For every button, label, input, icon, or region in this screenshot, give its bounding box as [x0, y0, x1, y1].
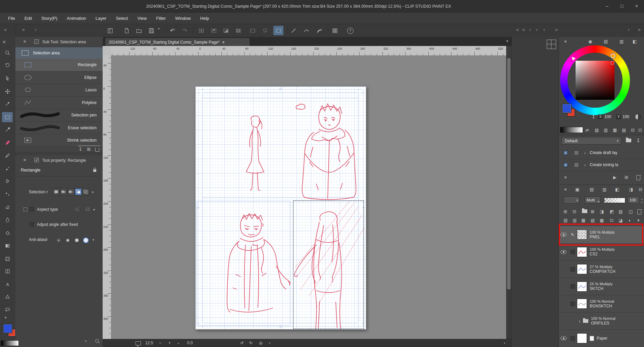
snap-special-ruler-icon[interactable]	[301, 26, 311, 35]
boxed-icon[interactable]: ⊡	[638, 128, 642, 132]
main-color-chip[interactable]	[562, 104, 572, 113]
antialias-dropdown-icon[interactable]: ▾	[93, 238, 94, 242]
hue-value-toggle-icon[interactable]	[635, 114, 641, 120]
invert-selection-button[interactable]	[221, 26, 231, 35]
grayscale-swatch-bar[interactable]	[1, 340, 19, 346]
palette-dock-icon[interactable]	[547, 40, 556, 49]
menu-icon[interactable]: ≡	[564, 175, 567, 180]
add-icon[interactable]: ⊞	[564, 209, 567, 214]
trash-icon[interactable]	[637, 210, 641, 214]
tool-balloon[interactable]	[2, 304, 13, 314]
dup-icon[interactable]: ⊟	[639, 187, 642, 192]
tool-eraser[interactable]	[2, 202, 13, 212]
trash-icon[interactable]	[636, 176, 640, 180]
menu-animation[interactable]: Animation	[62, 13, 91, 24]
rotation-value[interactable]: 0.0	[187, 341, 193, 345]
tool-selection-area[interactable]	[2, 112, 13, 122]
tool-fill[interactable]	[2, 228, 13, 238]
half-icon[interactable]: ◐	[629, 218, 631, 222]
shade1-icon[interactable]: ▨	[619, 209, 623, 214]
layer-edit-cell[interactable]	[568, 267, 577, 271]
sliders-icon[interactable]: ▥	[573, 218, 577, 222]
tool-marker[interactable]	[2, 138, 13, 148]
layer-row-compsktch[interactable]: 27 % MultiplyCOMPSKTCH	[559, 261, 644, 278]
canvas-vertical-scrollbar[interactable]	[506, 55, 511, 339]
layer-checkbox[interactable]	[571, 250, 575, 254]
tool-tone[interactable]	[2, 254, 13, 264]
dock-arrow-icon[interactable]: ‹	[543, 27, 545, 32]
play-icon[interactable]: ▶	[613, 175, 616, 180]
mixer-icon[interactable]: ◧	[633, 39, 637, 44]
close-button[interactable]: ×	[629, 0, 644, 13]
folder-icon[interactable]	[582, 209, 587, 213]
auto-action-checkbox[interactable]: ✓	[564, 151, 568, 155]
sq-icon[interactable]: ▣	[575, 187, 579, 192]
grid2-icon[interactable]: ▦	[581, 218, 585, 222]
dock-arrow-icon[interactable]: »	[555, 27, 558, 32]
tool-gradient[interactable]	[2, 241, 13, 251]
menu-icon[interactable]: ≡	[564, 39, 567, 44]
auto-action-preset-dropdown[interactable]: Default ▾	[561, 137, 621, 145]
hist-icon[interactable]: ▧	[622, 128, 626, 132]
auto-action-row[interactable]: ✓›Create toning la	[559, 159, 644, 171]
rect-select-icon[interactable]	[248, 26, 258, 35]
boxed-icon[interactable]: ⊡	[610, 218, 613, 222]
swap-icon[interactable]: ⇄	[585, 128, 589, 132]
undo-button[interactable]: ↶	[167, 26, 177, 35]
layer-row-pnel[interactable]: ✎100 % MultiplyPNEL	[559, 226, 644, 244]
zoom-reset-icon[interactable]: ▪	[178, 342, 179, 345]
aspect-type-checkbox[interactable]	[30, 207, 34, 211]
selection-mode-add[interactable]	[60, 188, 67, 195]
antialias-weak[interactable]	[64, 237, 71, 244]
menu-select[interactable]: Select	[111, 13, 132, 24]
subtool-group-row[interactable]: Selection area	[15, 47, 103, 59]
dock-arrow-icon[interactable]: «	[4, 27, 7, 32]
down-icon[interactable]: ▾	[637, 218, 640, 222]
save-button[interactable]	[146, 26, 156, 35]
auto-action-row[interactable]: ✓›Create draft lay	[559, 147, 644, 159]
layer-row-bgnsktch[interactable]: 100 % NormalBGNSKTCH	[559, 295, 644, 313]
dock-arrow-icon[interactable]: ‹	[529, 27, 531, 32]
wheel-icon[interactable]: ◉	[588, 39, 592, 44]
expand-arrow-icon[interactable]: ›	[584, 162, 586, 167]
swatches-icon[interactable]: ▤	[564, 218, 568, 222]
new-canvas-button[interactable]	[121, 26, 131, 35]
layer-checkbox[interactable]	[571, 336, 575, 341]
layer-edit-cell[interactable]	[568, 336, 577, 341]
opacity-spinner[interactable]: ▴▾	[640, 196, 644, 204]
import-preset-icon[interactable]: ↧	[636, 138, 640, 143]
zoom-in-button[interactable]: +	[168, 341, 171, 345]
tab-list-dropdown-icon[interactable]: ▾	[506, 39, 508, 43]
saturation-value-square[interactable]	[576, 61, 614, 100]
mask-icon[interactable]: ◨	[600, 209, 604, 214]
subtool-item-selection-pen[interactable]: Selection pen	[15, 109, 103, 122]
subtool-item-rectangle[interactable]: Rectangle	[15, 59, 103, 71]
visibility-cell[interactable]	[559, 336, 568, 340]
document-tab[interactable]: 20240901_CSP_TOTM_Starting Digital Comic…	[105, 38, 250, 46]
scroll-right-arrow[interactable]: ›	[504, 341, 505, 345]
selection-mode-select-from[interactable]	[75, 188, 82, 195]
reset-rotation-icon[interactable]: ◎	[259, 341, 262, 345]
tool-move-canvas[interactable]	[2, 60, 13, 70]
layer-thumbnail[interactable]	[577, 282, 587, 292]
tool-decoration[interactable]	[2, 189, 13, 199]
hist-icon[interactable]: ▧	[591, 218, 595, 222]
visibility-cell[interactable]	[559, 250, 568, 254]
antialias-strong[interactable]	[83, 237, 89, 244]
deselect-button[interactable]	[196, 26, 206, 35]
snap-guide-icon[interactable]	[314, 26, 324, 35]
main-color-chip[interactable]	[3, 324, 12, 333]
menu-window[interactable]: Window	[170, 13, 195, 24]
antialias-middle[interactable]	[73, 237, 80, 244]
sliders-icon[interactable]: ▥	[602, 187, 606, 192]
print-settings-icon[interactable]	[330, 26, 340, 35]
menu-layer[interactable]: Layer	[91, 13, 111, 24]
lasso-select-icon[interactable]	[260, 26, 270, 35]
rotate-left-icon[interactable]: ↺	[240, 341, 244, 345]
grid2-icon[interactable]: ▦	[613, 128, 617, 132]
menu-icon[interactable]: ≡	[564, 187, 567, 192]
shade2-icon[interactable]: ▩	[600, 218, 604, 222]
dup-icon[interactable]: ⊟	[573, 209, 576, 214]
layer-row-sktch[interactable]: 25 % MultiplySKTCH	[559, 278, 644, 296]
menu-file[interactable]: File	[3, 13, 20, 24]
